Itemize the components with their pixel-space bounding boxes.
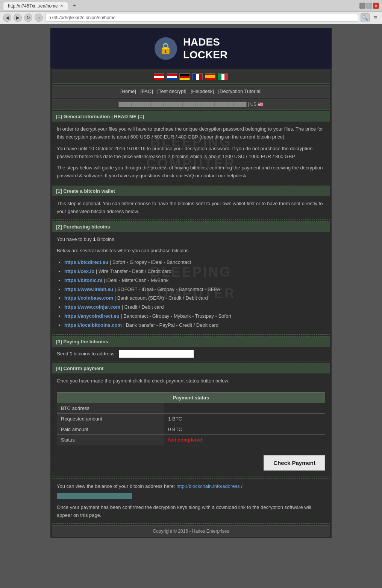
home-button[interactable]: ⌂: [35, 14, 43, 22]
nav-bar: [Home] [FAQ] [Test decrypt] [Helpdesk] […: [52, 85, 330, 97]
flag-de[interactable]: [179, 73, 190, 80]
general-info-section: [=] General information | READ ME [=] BL…: [52, 111, 330, 184]
general-info-heading: [=] General information | READ ME [=]: [52, 111, 330, 122]
forward-button[interactable]: ▶: [14, 14, 22, 22]
table-title: Payment status: [57, 393, 325, 403]
flag-es[interactable]: [205, 73, 215, 80]
user-bar: ████████████████████████████████████████…: [52, 99, 330, 110]
list-item: https://localbitcoins.com | Bank transfe…: [64, 321, 325, 329]
general-info-p2: You have until 10 October 2016 16:00:16 …: [57, 145, 325, 161]
nav-helpdesk[interactable]: [Helpdesk]: [191, 88, 214, 94]
list-item: https://www.coinjar.com | Credit / Debit…: [64, 303, 325, 311]
step2-intro: You have to buy 1 Bitcoins: [57, 236, 325, 244]
coinbase-link[interactable]: https://coinbase.com: [64, 295, 113, 301]
copyright-text: Copyright © 2016 - Hades Enterprises: [153, 529, 229, 534]
address-suffix: /en/home: [97, 15, 115, 20]
button-area: Check Payment: [52, 449, 330, 477]
litebit-link[interactable]: https://www.litebit.eu: [64, 286, 113, 292]
coinjar-link[interactable]: https://www.coinjar.com: [64, 304, 120, 310]
step4-instruction: Once you have made the payment click the…: [57, 377, 325, 385]
step4-section: [4] Confirm payment Once you have made t…: [52, 363, 330, 477]
toolbar: ◀ ▶ ↻ ⌂ n7457xrhg5kibr2c.onion /en/home …: [0, 12, 382, 24]
table-header-row: Payment status: [57, 393, 325, 403]
search-button[interactable]: 🔍: [361, 13, 370, 22]
check-payment-button[interactable]: Check Payment: [264, 455, 325, 471]
address-prefix: n7457xrhg5kibr2c.onion: [49, 15, 97, 20]
list-item: https://anycoindirect.eu | Bancontact - …: [64, 312, 325, 320]
reload-button[interactable]: ↻: [24, 14, 32, 22]
titlebar: http://n7457xr.../en/home ✕ + ─ □ ✕: [0, 0, 382, 12]
tab-title: http://n7457xr.../en/home: [8, 3, 58, 9]
step3-section: [3] Paying the bitcoins Send 1 bitcoins …: [52, 336, 330, 361]
site-title: HADES LOCKER: [183, 36, 227, 61]
paid-amount-value: 0 BTC: [164, 424, 325, 435]
address-bar[interactable]: n7457xrhg5kibr2c.onion /en/home: [45, 14, 358, 21]
menu-button[interactable]: ≡: [372, 14, 379, 22]
nav-home[interactable]: [Home]: [120, 88, 136, 94]
flag-it[interactable]: [218, 73, 228, 80]
step4-heading: [4] Confirm payment: [52, 363, 330, 373]
requested-amount-label: Requested amount: [57, 414, 164, 424]
status-label: Status: [57, 435, 164, 445]
send-label: Send 1 bitcoins to address:: [57, 351, 116, 356]
browser-window: http://n7457xr.../en/home ✕ + ─ □ ✕ ◀ ▶ …: [0, 0, 382, 24]
table-row: Paid amount 0 BTC: [57, 424, 325, 435]
nav-faq[interactable]: [FAQ]: [141, 88, 153, 94]
footer-address-display: [57, 493, 132, 499]
step2-sub: Below are several websites where you can…: [57, 247, 325, 255]
step1-body: This step is optional. You can either ch…: [52, 196, 330, 219]
confirmed-text: Once your payment has been confirmed the…: [57, 504, 325, 519]
table-row: Status Not completed: [57, 435, 325, 445]
requested-amount-value: 1 BTC: [164, 414, 325, 424]
btcdirect-link[interactable]: https://btcdirect.eu: [64, 259, 108, 265]
footer-link-bar: [57, 493, 325, 501]
general-info-body: BLEEPINGCOMPUTER In order to decrypt you…: [52, 122, 330, 184]
status-badge: Not completed: [168, 437, 202, 443]
close-button[interactable]: ✕: [373, 3, 379, 9]
blockchain-link[interactable]: http://blockchain.info/address: [176, 483, 240, 489]
step1-section: [1] Create a bitcoin wallet This step is…: [52, 186, 330, 220]
list-item: https://cex.io | Wire Transfer - Debit /…: [64, 268, 325, 276]
bitcoin-address-input[interactable]: [119, 350, 194, 358]
tab-close-icon[interactable]: ✕: [60, 4, 63, 8]
logo-icon: 🔒: [155, 37, 177, 60]
step2-body: BLEEPINGCOMPUTER You have to buy 1 Bitco…: [52, 232, 330, 334]
user-locale: | US 🇺🇸: [248, 102, 263, 107]
send-row: Send 1 bitcoins to address:: [52, 347, 330, 361]
flag-fr[interactable]: [192, 73, 203, 80]
localbitcoins-link[interactable]: https://localbitcoins.com: [64, 322, 122, 328]
copyright: Copyright © 2016 - Hades Enterprises: [52, 525, 330, 537]
footer-section: You can view the balance of your bitcoin…: [52, 478, 330, 523]
balance-suffix: /: [241, 483, 243, 489]
language-bar: [52, 70, 330, 84]
step2-heading: [2] Purchasing bitcoins: [52, 222, 330, 232]
maximize-button[interactable]: □: [366, 3, 372, 9]
new-tab-icon[interactable]: +: [70, 2, 78, 10]
minimize-button[interactable]: ─: [359, 3, 365, 9]
btc-links-list: https://btcdirect.eu | Sofort - Giropay …: [57, 259, 325, 329]
step2-section: [2] Purchasing bitcoins BLEEPINGCOMPUTER…: [52, 221, 330, 335]
nav-decryption-tutorial[interactable]: [Decryption Tutorial]: [218, 88, 262, 94]
site-header: 🔒 HADES LOCKER: [50, 28, 332, 69]
nav-test-decrypt[interactable]: [Test decrypt]: [157, 88, 186, 94]
general-info-p1: In order to decrypt your files you will …: [57, 125, 325, 141]
status-value: Not completed: [164, 435, 325, 445]
list-item: https://coinbase.com | Bank account (SEP…: [64, 294, 325, 302]
cex-link[interactable]: https://cex.io: [64, 268, 94, 274]
window-controls: ─ □ ✕: [359, 3, 379, 9]
step1-text: This step is optional. You can either ch…: [57, 200, 325, 216]
bitonic-link[interactable]: https://bitonic.nl: [64, 277, 102, 283]
user-id: ████████████████████████████████████████: [119, 102, 247, 107]
flag-nl[interactable]: [167, 73, 177, 80]
page-wrapper: 🔒 HADES LOCKER [Home] [FAQ] [Test decryp…: [0, 24, 382, 542]
step3-heading: [3] Paying the bitcoins: [52, 337, 330, 347]
anycoindirect-link[interactable]: https://anycoindirect.eu: [64, 313, 120, 319]
payment-status-table: Payment status BTC address Requested amo…: [57, 392, 325, 445]
footer-info: You can view the balance of your bitcoin…: [52, 479, 330, 523]
balance-info: You can view the balance of your bitcoin…: [57, 483, 325, 491]
back-button[interactable]: ◀: [3, 14, 11, 22]
list-item: https://bitonic.nl | iDeal - MisterCash …: [64, 277, 325, 285]
flag-us[interactable]: [154, 73, 164, 80]
balance-text: You can view the balance of your bitcoin…: [57, 483, 175, 489]
browser-tab[interactable]: http://n7457xr.../en/home ✕: [3, 2, 68, 10]
